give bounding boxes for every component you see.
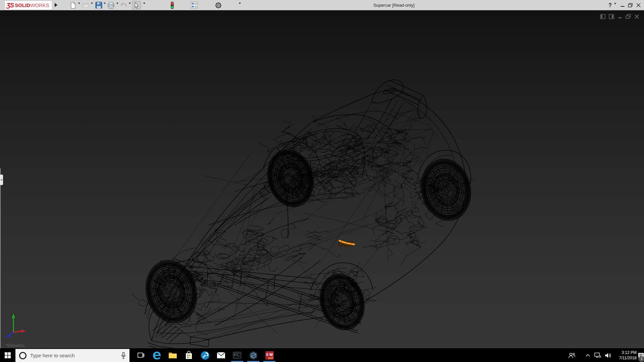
task-view-button[interactable] bbox=[133, 349, 149, 362]
graphics-area[interactable]: *Dimetric bbox=[0, 11, 644, 348]
help-button[interactable]: ? bbox=[607, 0, 613, 10]
people-button[interactable] bbox=[567, 349, 577, 362]
open-dropdown[interactable] bbox=[91, 4, 94, 7]
taskbar-item-command-prompt[interactable]: C:\_ bbox=[229, 349, 245, 362]
panel-splitter-tab[interactable] bbox=[0, 175, 3, 185]
minimize-document-icon[interactable] bbox=[618, 14, 622, 19]
volume-icon bbox=[605, 353, 611, 358]
search-placeholder: Type here to search bbox=[30, 353, 75, 358]
tray-date: 7/11/2018 bbox=[613, 355, 637, 361]
file-explorer-icon bbox=[168, 352, 177, 359]
select-button[interactable] bbox=[132, 1, 141, 9]
taskbar-item-file-explorer[interactable] bbox=[165, 349, 181, 362]
open-icon bbox=[82, 2, 90, 9]
file-properties-icon bbox=[191, 2, 198, 9]
select-dropdown[interactable] bbox=[143, 4, 146, 7]
view-orientation-label: *Dimetric bbox=[6, 343, 25, 348]
undo-dropdown[interactable] bbox=[129, 4, 131, 7]
cortana-icon bbox=[19, 352, 26, 359]
tray-time: 3:12 PM bbox=[613, 350, 637, 355]
hidden-icons-button[interactable] bbox=[584, 349, 592, 362]
close-icon bbox=[636, 3, 641, 7]
new-document-button[interactable] bbox=[69, 1, 77, 9]
document-title: Supercar [Read-only] bbox=[373, 3, 415, 8]
restore-icon bbox=[628, 3, 633, 7]
print-icon bbox=[107, 2, 115, 9]
people-icon bbox=[568, 352, 576, 358]
undo-button[interactable] bbox=[119, 1, 128, 9]
restore-button[interactable] bbox=[627, 0, 633, 10]
wrench-circle-icon bbox=[201, 351, 210, 360]
taskbar-item-store[interactable] bbox=[181, 349, 197, 362]
print-button[interactable] bbox=[107, 1, 115, 9]
microphone-icon[interactable] bbox=[121, 352, 126, 359]
options-button[interactable] bbox=[214, 1, 223, 9]
undo-icon bbox=[120, 2, 127, 8]
notification-badge: 3 bbox=[639, 356, 644, 362]
svg-text:S: S bbox=[266, 353, 268, 357]
rebuild-button[interactable] bbox=[168, 1, 176, 9]
close-document-icon[interactable] bbox=[634, 14, 639, 19]
taskbar-item-edrawings[interactable] bbox=[245, 349, 261, 362]
taskbar-item-mail[interactable] bbox=[213, 349, 229, 362]
start-button[interactable] bbox=[0, 349, 15, 362]
logo-solid-text: SOLID bbox=[15, 2, 30, 8]
chevron-up-icon bbox=[586, 354, 590, 357]
task-view-icon bbox=[137, 351, 145, 359]
edge-icon bbox=[152, 351, 161, 360]
solidworks-2017-icon: S W 2017 bbox=[265, 351, 274, 360]
save-button[interactable] bbox=[94, 1, 103, 9]
command-prompt-icon: C:\_ bbox=[233, 352, 241, 359]
svg-text:W: W bbox=[269, 353, 273, 357]
clock[interactable]: 3:12 PM 7/11/2018 bbox=[613, 350, 637, 361]
taskbar-item-edge[interactable] bbox=[149, 349, 165, 362]
network-icon bbox=[594, 353, 601, 358]
print-dropdown[interactable] bbox=[116, 4, 119, 7]
taskbar-item-get-help[interactable] bbox=[197, 349, 213, 362]
close-button[interactable] bbox=[635, 0, 641, 10]
select-cursor-icon bbox=[133, 2, 140, 9]
file-properties-button[interactable] bbox=[190, 1, 199, 9]
save-dropdown[interactable] bbox=[104, 4, 106, 7]
rebuild-stoplight-icon bbox=[170, 1, 174, 9]
help-dropdown[interactable] bbox=[614, 4, 617, 7]
titlebar: ƷS SOLID WORKS bbox=[0, 0, 644, 10]
svg-text:2017: 2017 bbox=[268, 357, 273, 359]
edrawings-hexagon-icon bbox=[249, 351, 258, 360]
save-icon bbox=[95, 2, 102, 9]
menu-flyout-arrow[interactable] bbox=[55, 2, 59, 8]
pane-left-icon[interactable] bbox=[600, 14, 605, 19]
new-document-icon bbox=[70, 2, 76, 9]
options-dropdown[interactable] bbox=[239, 4, 241, 7]
taskbar-search[interactable]: Type here to search bbox=[15, 349, 129, 362]
pane-right-icon[interactable] bbox=[609, 14, 614, 19]
minimize-button[interactable] bbox=[620, 0, 626, 10]
store-icon bbox=[185, 351, 193, 360]
taskbar-item-solidworks[interactable]: S W 2017 bbox=[261, 349, 277, 362]
options-gear-icon bbox=[215, 2, 222, 9]
solidworks-logo[interactable]: ƷS SOLID WORKS bbox=[4, 0, 52, 10]
new-document-dropdown[interactable] bbox=[78, 4, 81, 7]
logo-works-text: WORKS bbox=[30, 2, 49, 8]
dassault-logo-icon: ƷS bbox=[6, 2, 14, 9]
open-button[interactable] bbox=[82, 1, 90, 9]
orientation-triad bbox=[3, 304, 33, 339]
windows-taskbar: Type here to search bbox=[0, 349, 644, 362]
network-button[interactable] bbox=[593, 349, 602, 362]
document-window-controls bbox=[600, 14, 639, 19]
mail-icon bbox=[217, 352, 225, 359]
volume-button[interactable] bbox=[603, 349, 613, 362]
restore-document-icon[interactable] bbox=[626, 14, 631, 19]
car-wireframe-model[interactable] bbox=[0, 11, 644, 348]
windows-logo-icon bbox=[5, 352, 11, 358]
viewport-left-border bbox=[0, 168, 1, 348]
splitter-dot-icon bbox=[1, 179, 2, 181]
svg-text:C:\_: C:\_ bbox=[234, 354, 240, 356]
